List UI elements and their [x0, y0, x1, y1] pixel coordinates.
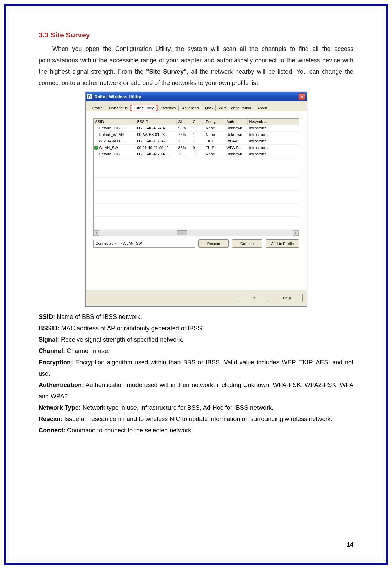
tab-profile[interactable]: Profile [89, 105, 106, 111]
tab-content: SSID BSSID Si... C... Encry... Authe... … [86, 111, 307, 290]
tab-statistics[interactable]: Statistics [157, 105, 179, 111]
table-row-empty [94, 184, 299, 191]
table-row-empty [94, 223, 299, 230]
cell-signal: 55% [177, 125, 191, 131]
definition-item: Network Type: Network type in use, Infra… [39, 402, 353, 414]
cell-auth: Unknown [225, 151, 248, 158]
col-signal[interactable]: Si... [177, 119, 191, 125]
cell-bssid: 00-06-4F-1F-34-... [135, 138, 177, 144]
table-row[interactable]: WLAN_SW00-07-40-F1-99-4286%9TKIPWPA-P...… [94, 145, 299, 151]
tab-strip: Profile Link Status Site Survey Statisti… [86, 101, 307, 111]
page-number: 14 [347, 541, 353, 548]
cell-bssid: 00-06-4F-4F-4B-... [135, 125, 177, 131]
table-row[interactable]: Default_11G_...00-06-4F-4F-4B-...55%1Non… [94, 125, 299, 132]
cell-ssid: Default_WLAN [94, 132, 135, 138]
ralink-utility-window: R Ralink Wireless Utility Profile Link S… [85, 92, 307, 307]
table-row[interactable]: Default_11G00-06-4F-41-2D-...10...11None… [94, 151, 299, 158]
cell-auth: WPA-P... [225, 138, 248, 144]
col-bssid[interactable]: BSSID [135, 119, 177, 125]
col-channel[interactable]: C... [191, 119, 204, 125]
definitions-list: SSID: Name of BBS of IBSS network.BSSID:… [39, 311, 353, 436]
tab-qos[interactable]: QoS [202, 105, 216, 111]
definition-label: Signal: [39, 336, 59, 343]
definition-label: Rescan: [39, 416, 63, 422]
help-button[interactable]: Help [272, 294, 303, 302]
tab-link-status[interactable]: Link Status [106, 105, 131, 111]
tab-site-survey[interactable]: Site Survey [131, 105, 157, 111]
scroll-track[interactable] [99, 230, 293, 236]
window-titlebar[interactable]: R Ralink Wireless Utility [86, 92, 307, 101]
definition-item: Connect: Command to connect to the selec… [39, 425, 353, 436]
definition-item: Rescan: Issue an rescan command to wirel… [39, 414, 353, 425]
window-title: Ralink Wireless Utility [95, 94, 141, 99]
definition-item: Encryption: Encryption algorithm used wi… [39, 357, 353, 379]
scroll-left-icon[interactable]: ‹ [94, 230, 99, 236]
cell-encryption: None [204, 125, 225, 131]
scroll-thumb[interactable] [177, 230, 187, 235]
intro-bold: "Site Survey" [146, 68, 187, 75]
definition-item: Signal: Receive signal strength of speci… [39, 334, 353, 345]
definition-item: Channel: Channel in use. [39, 345, 353, 357]
scroll-right-icon[interactable]: › [293, 230, 299, 236]
definition-text: Authentication mode used within then net… [39, 382, 353, 400]
col-auth[interactable]: Authe... [225, 119, 248, 125]
cell-channel: 11 [191, 151, 204, 158]
horizontal-scrollbar[interactable]: ‹ › [94, 230, 299, 236]
intro-paragraph: When you open the Configuration Utility,… [39, 43, 353, 89]
col-network[interactable]: Network ... [248, 119, 273, 125]
definition-item: Authentication: Authentication mode used… [39, 379, 353, 402]
cell-channel: 1 [191, 132, 204, 138]
table-row-empty [94, 191, 299, 197]
cell-bssid: 00-AA-BB-01-23... [135, 132, 177, 138]
definition-text: Issue an rescan command to wireless NIC … [63, 416, 332, 422]
col-encryption[interactable]: Encry... [204, 119, 225, 125]
ok-button[interactable]: OK [238, 294, 269, 302]
connected-icon [94, 146, 98, 150]
section-title: Site Survey [51, 31, 90, 39]
definition-label: SSID: [39, 313, 55, 320]
table-row-empty [94, 210, 299, 217]
connect-button[interactable]: Connect [232, 239, 262, 248]
tab-advanced[interactable]: Advanced [179, 105, 202, 111]
close-icon[interactable] [298, 93, 305, 100]
add-to-profile-button[interactable]: Add to Profile [266, 239, 299, 248]
definition-label: Channel: [39, 347, 65, 354]
table-row-empty [94, 171, 299, 178]
table-row[interactable]: Default_WLAN00-AA-BB-01-23...76%1NoneUnk… [94, 132, 299, 138]
cell-auth: Unknown [225, 125, 248, 131]
cell-auth: WPA-P... [225, 145, 248, 151]
status-row: Connected <--> WLAN_SW Rescan Connect Ad… [93, 239, 299, 248]
cell-network: Infrastruct... [248, 132, 273, 138]
cell-encryption: None [204, 132, 225, 138]
cell-signal: 86% [177, 145, 191, 151]
table-row-empty [94, 178, 299, 184]
definition-label: Encryption: [39, 359, 73, 366]
rescan-button[interactable]: Rescan [198, 239, 229, 248]
page-content: 3.3 Site Survey When you open the Config… [39, 31, 353, 436]
col-ssid[interactable]: SSID [94, 119, 135, 125]
cell-auth: Unknown [225, 132, 248, 138]
cell-bssid: 00-07-40-F1-99-42 [135, 145, 177, 151]
definition-text: Receive signal strength of specified net… [59, 336, 183, 343]
table-row[interactable]: WR514WD3_...00-06-4F-1F-34-...10...7TKIP… [94, 138, 299, 145]
cell-encryption: None [204, 151, 225, 158]
connection-status: Connected <--> WLAN_SW [93, 240, 195, 248]
definition-text: Network type in use, Infrastructure for … [81, 404, 273, 411]
definition-text: Channel in use. [65, 347, 110, 354]
table-row-empty [94, 204, 299, 210]
section-heading: 3.3 Site Survey [39, 31, 353, 39]
cell-bssid: 00-06-4F-41-2D-... [135, 151, 177, 158]
definition-text: MAC address of AP or randomly generated … [59, 325, 204, 332]
tab-about[interactable]: About [254, 105, 270, 111]
table-row-empty [94, 164, 299, 171]
list-header: SSID BSSID Si... C... Encry... Authe... … [94, 119, 299, 125]
tab-wps[interactable]: WPS Configuration [216, 105, 254, 111]
definition-label: BSSID: [39, 325, 59, 332]
table-row-empty [94, 197, 299, 204]
definition-label: Connect: [39, 427, 65, 434]
cell-ssid: WLAN_SW [94, 145, 135, 151]
network-list: SSID BSSID Si... C... Encry... Authe... … [93, 118, 299, 236]
definition-item: SSID: Name of BBS of IBSS network. [39, 311, 353, 323]
cell-channel: 7 [191, 138, 204, 144]
cell-ssid: Default_11G_... [94, 125, 135, 131]
